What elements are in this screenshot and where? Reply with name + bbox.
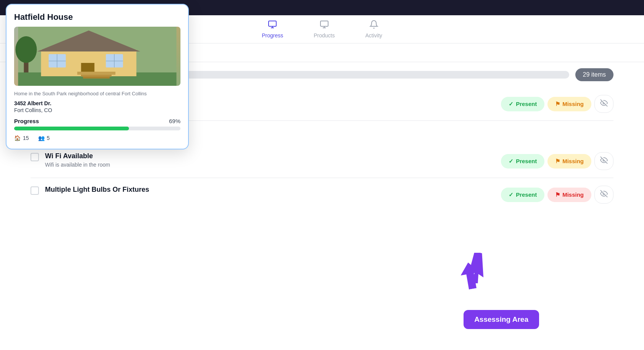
- partial-item-actions: ✓ Present ⚑ Missing: [501, 95, 613, 113]
- present-button-bulbs[interactable]: ✓ Present: [501, 188, 544, 202]
- present-label-wifi: Present: [516, 158, 537, 164]
- popup-description: Home in the South Park neighborhood of c…: [14, 90, 180, 97]
- bulbs-item-title: Multiple Light Bulbs Or Fixtures: [45, 186, 495, 194]
- items-badge: 29 items: [575, 68, 613, 81]
- popup-address: 3452 Albert Dr.: [14, 100, 180, 106]
- wifi-checkbox[interactable]: [31, 153, 39, 161]
- svg-rect-3: [320, 21, 328, 26]
- property-popup: Hatfield House: [6, 4, 189, 149]
- bulbs-checkbox[interactable]: [31, 186, 39, 195]
- missing-flag-icon-surfaces: ⚑: [555, 101, 560, 108]
- missing-label-surfaces: Missing: [562, 101, 584, 107]
- wifi-item-title: Wi Fi Available: [45, 152, 495, 160]
- present-label-bulbs: Present: [516, 191, 537, 198]
- bulbs-item: Multiple Light Bulbs Or Fixtures ✓ Prese…: [31, 178, 613, 211]
- stat-people: 👥 5: [38, 135, 50, 141]
- popup-progress-bar: [14, 127, 180, 130]
- hide-button-surfaces[interactable]: [594, 95, 613, 113]
- tab-products[interactable]: Products: [314, 20, 335, 39]
- stat-rooms-value: 15: [23, 135, 29, 141]
- products-icon: [320, 20, 329, 31]
- popup-stats: 🏠 15 👥 5: [14, 135, 180, 141]
- svg-point-21: [16, 36, 37, 63]
- wifi-item: Wi Fi Available Wifi is available in the…: [31, 144, 613, 178]
- missing-button-bulbs[interactable]: ⚑ Missing: [547, 188, 591, 202]
- tab-activity-label: Activity: [365, 32, 382, 39]
- stat-people-value: 5: [47, 135, 50, 141]
- stat-rooms: 🏠 15: [14, 135, 29, 141]
- missing-label-bulbs: Missing: [562, 191, 584, 198]
- tab-progress[interactable]: Progress: [262, 20, 283, 39]
- svg-rect-0: [269, 21, 276, 26]
- popup-progress-pct: 69%: [169, 118, 180, 124]
- assessing-area-tooltip: Assessing Area: [464, 310, 539, 329]
- tab-progress-label: Progress: [262, 32, 283, 39]
- missing-label-wifi: Missing: [562, 158, 584, 164]
- popup-title: Hatfield House: [14, 12, 180, 22]
- present-check-icon-wifi: ✓: [509, 158, 514, 165]
- people-icon: 👥: [38, 135, 45, 141]
- svg-rect-22: [77, 72, 116, 75]
- hide-button-wifi[interactable]: [594, 152, 613, 170]
- hide-button-bulbs[interactable]: [594, 186, 613, 204]
- wifi-item-actions: ✓ Present ⚑ Missing: [501, 152, 613, 170]
- assessing-label: Assessing Area: [474, 315, 528, 323]
- activity-icon: [369, 20, 378, 31]
- bulbs-item-actions: ✓ Present ⚑ Missing: [501, 186, 613, 204]
- wifi-item-desc: Wifi is available in the room: [45, 162, 495, 168]
- tab-products-label: Products: [314, 32, 335, 39]
- present-check-icon-bulbs: ✓: [509, 191, 514, 198]
- missing-flag-icon-bulbs: ⚑: [555, 191, 560, 198]
- progress-icon: [268, 20, 277, 31]
- missing-button-wifi[interactable]: ⚑ Missing: [547, 154, 591, 169]
- popup-house-image: [14, 27, 180, 86]
- present-button-surfaces[interactable]: ✓ Present: [501, 97, 544, 111]
- missing-flag-icon-wifi: ⚑: [555, 158, 560, 165]
- popup-progress-fill: [14, 127, 129, 130]
- svg-rect-23: [81, 75, 112, 77]
- home-icon: 🏠: [14, 135, 21, 141]
- popup-city: Fort Collins, CO: [14, 107, 180, 113]
- svg-rect-24: [83, 77, 110, 79]
- missing-button-surfaces[interactable]: ⚑ Missing: [547, 97, 591, 111]
- tab-activity[interactable]: Activity: [365, 20, 382, 39]
- popup-progress-label: Progress 69%: [14, 118, 180, 124]
- present-label-surfaces: Present: [516, 101, 537, 107]
- present-check-icon: ✓: [509, 101, 514, 108]
- present-button-wifi[interactable]: ✓ Present: [501, 154, 544, 169]
